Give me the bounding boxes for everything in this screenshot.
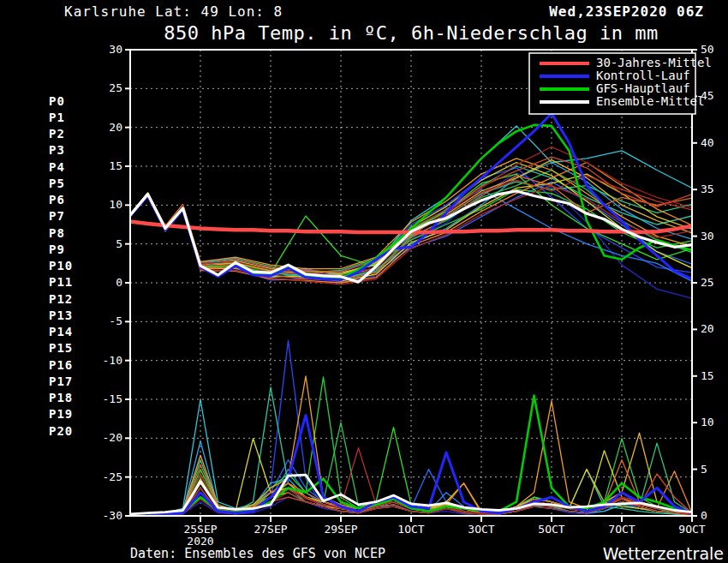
member-label: P9 [49, 243, 65, 256]
chart-title: 850 hPa Temp. in ºC, 6h-Niederschlag in … [164, 22, 658, 44]
date-tick-label: 25SEP [183, 523, 217, 536]
legend-label: 30-Jahres-Mittel [596, 56, 712, 69]
run-datetime: Wed,23SEP2020 06Z [549, 3, 704, 20]
right-axis-tick-label: 15 [701, 369, 714, 382]
left-axis-tick-label: 15 [109, 159, 122, 172]
left-axis-tick-label: 20 [109, 121, 122, 134]
date-tick-label: 1OCT [397, 523, 424, 536]
member-label: P6 [49, 193, 65, 207]
member-label: P3 [49, 143, 65, 157]
left-axis-tick-label: 5 [116, 237, 122, 250]
member-label: P8 [49, 226, 65, 240]
legend-label: GFS-Hauptlauf [596, 81, 690, 95]
right-axis-tick-label: 35 [701, 183, 714, 195]
date-tick-label: 9OCT [678, 523, 705, 536]
member-label: P1 [49, 111, 65, 124]
left-axis-tick-label: -5 [109, 314, 122, 327]
left-axis-tick-label: -30 [103, 509, 122, 522]
member-label: P17 [49, 374, 73, 388]
data-source-label: Daten: Ensembles des GFS von NCEP [130, 546, 385, 561]
member-label: P10 [49, 259, 73, 273]
member-label: P16 [49, 358, 73, 372]
ensemble-meteogram: -30-25-20-15-10-505101520253005101520253… [0, 0, 728, 563]
left-axis-tick-label: 10 [109, 198, 122, 211]
brand-label: Wetterzentrale [603, 544, 724, 563]
member-label: P4 [49, 160, 65, 174]
date-tick-label: 7OCT [608, 523, 635, 536]
right-axis-tick-label: 20 [701, 322, 714, 335]
right-axis-tick-label: 40 [701, 136, 714, 149]
right-axis-tick-label: 5 [701, 463, 707, 476]
date-tick-label: 5OCT [538, 523, 564, 536]
left-axis-tick-label: -10 [103, 354, 122, 367]
right-axis-tick-label: 10 [701, 416, 714, 428]
member-label: P15 [49, 341, 73, 355]
member-label: P0 [49, 94, 65, 108]
member-label: P7 [49, 209, 65, 223]
legend-label: Kontroll-Lauf [596, 69, 690, 82]
left-axis-tick-label: 30 [109, 43, 122, 56]
left-axis-tick-label: -20 [103, 431, 122, 444]
member-label: P18 [49, 391, 73, 404]
date-tick-label: 3OCT [468, 523, 494, 536]
member-label: P20 [49, 424, 73, 438]
date-tick-label: 27SEP [254, 523, 287, 536]
member-label: P12 [49, 292, 73, 306]
left-axis-tick-label: -15 [103, 392, 122, 405]
right-axis-tick-label: 30 [701, 230, 714, 243]
member-label: P13 [49, 308, 73, 322]
right-axis-tick-label: 0 [701, 509, 707, 522]
member-label: P11 [49, 275, 73, 289]
legend-label: Ensemble-Mittel [596, 94, 704, 108]
member-label: P2 [49, 127, 65, 141]
station-label: Karlsruhe Lat: 49 Lon: 8 [64, 3, 283, 20]
legend: 30-Jahres-MittelKontroll-LaufGFS-Hauptla… [529, 53, 712, 114]
member-label: P19 [49, 407, 73, 421]
right-axis-tick-label: 50 [701, 43, 714, 56]
date-tick-label: 29SEP [324, 523, 357, 536]
left-axis-tick-label: -25 [103, 470, 122, 483]
left-axis-tick-label: 0 [116, 276, 122, 289]
member-label: P14 [49, 325, 73, 338]
right-axis-tick-label: 25 [701, 276, 714, 289]
member-label: P5 [49, 177, 65, 190]
left-axis-tick-label: 25 [109, 81, 122, 94]
